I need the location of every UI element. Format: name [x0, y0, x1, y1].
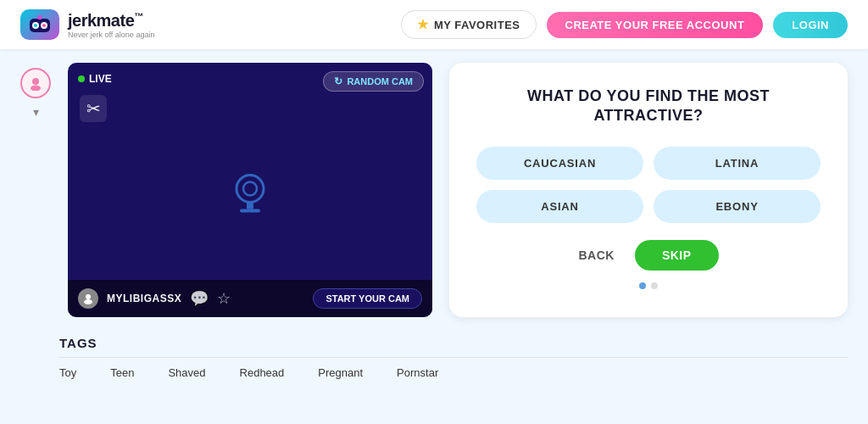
logo-tagline: Never jerk off alone again	[68, 31, 154, 39]
favorites-label: MY FAVORITES	[434, 19, 520, 31]
favorite-icon[interactable]: ☆	[217, 289, 231, 308]
tag-teen[interactable]: Teen	[110, 366, 134, 379]
live-badge: LIVE	[78, 73, 112, 85]
svg-point-9	[243, 182, 257, 196]
svg-point-12	[86, 294, 91, 299]
dot-1	[639, 282, 646, 289]
tag-shaved[interactable]: Shaved	[168, 366, 205, 379]
option-ebony[interactable]: EBONY	[654, 190, 821, 223]
option-latina[interactable]: LATINA	[654, 147, 821, 180]
skip-button[interactable]: SKIP	[635, 240, 719, 271]
favorites-button[interactable]: ★ MY FAVORITES	[401, 10, 536, 39]
logo-icon	[20, 9, 59, 40]
webcam-icon	[225, 170, 275, 220]
quiz-actions: BACK SKIP	[476, 240, 821, 271]
random-cam-label: RANDOM CAM	[347, 76, 413, 86]
option-asian[interactable]: ASIAN	[476, 190, 643, 223]
scissors-icon[interactable]: ✂	[80, 95, 107, 122]
header-nav: ★ MY FAVORITES CREATE YOUR FREE ACCOUNT …	[401, 10, 848, 39]
tag-toy[interactable]: Toy	[59, 366, 76, 379]
svg-point-4	[42, 24, 46, 27]
logo-text: jerkmate™ Never jerk off alone again	[68, 11, 154, 39]
chevron-down-icon[interactable]: ▾	[33, 105, 39, 119]
refresh-icon: ↻	[334, 75, 342, 87]
tag-pornstar[interactable]: Pornstar	[397, 366, 438, 379]
svg-point-7	[31, 86, 41, 92]
quiz-card: WHAT DO YOU FIND THE MOST ATTRACTIVE? CA…	[449, 63, 848, 317]
svg-point-13	[84, 299, 92, 304]
svg-point-8	[236, 176, 264, 203]
tags-section: TAGS Toy Teen Shaved Redhead Pregnant Po…	[0, 326, 868, 379]
logo-area: jerkmate™ Never jerk off alone again	[20, 9, 154, 40]
live-dot	[78, 75, 85, 82]
option-caucasian[interactable]: CAUCASIAN	[476, 147, 643, 180]
header: jerkmate™ Never jerk off alone again ★ M…	[0, 0, 868, 49]
create-account-button[interactable]: CREATE YOUR FREE ACCOUNT	[547, 12, 764, 38]
random-cam-button[interactable]: ↻ RANDOM CAM	[323, 71, 424, 92]
quiz-question: WHAT DO YOU FIND THE MOST ATTRACTIVE?	[476, 86, 821, 126]
tags-list: Toy Teen Shaved Redhead Pregnant Pornsta…	[59, 366, 848, 379]
back-button[interactable]: BACK	[578, 248, 614, 262]
avatar[interactable]	[20, 68, 51, 98]
main-content: ▾ LIVE ↻ RANDOM CAM ✂	[0, 49, 868, 326]
logo-name: jerkmate™	[68, 11, 154, 31]
svg-point-6	[32, 78, 39, 85]
dot-2	[651, 282, 658, 289]
live-label: LIVE	[89, 73, 112, 85]
login-button[interactable]: LOGIN	[773, 12, 848, 38]
sidebar: ▾	[20, 63, 51, 119]
svg-rect-11	[240, 209, 260, 213]
tags-title: TAGS	[59, 336, 848, 350]
svg-point-3	[34, 24, 37, 27]
svg-rect-10	[247, 203, 253, 209]
star-icon: ★	[417, 17, 429, 32]
user-avatar-sm	[78, 288, 98, 309]
quiz-options: CAUCASIAN LATINA ASIAN EBONY	[476, 147, 821, 223]
tag-redhead[interactable]: Redhead	[240, 366, 285, 379]
svg-rect-5	[37, 15, 42, 20]
tag-pregnant[interactable]: Pregnant	[318, 366, 363, 379]
video-bottom-bar: MYLIBIGASSX 💬 ☆ START YOUR CAM	[68, 280, 432, 317]
username: MYLIBIGASSX	[107, 293, 181, 304]
tags-divider	[59, 357, 848, 358]
chat-icon[interactable]: 💬	[190, 289, 209, 308]
quiz-progress-dots	[476, 282, 821, 289]
video-player: LIVE ↻ RANDOM CAM ✂ MYLIBIGASS	[68, 63, 432, 317]
start-cam-button[interactable]: START YOUR CAM	[313, 288, 422, 309]
